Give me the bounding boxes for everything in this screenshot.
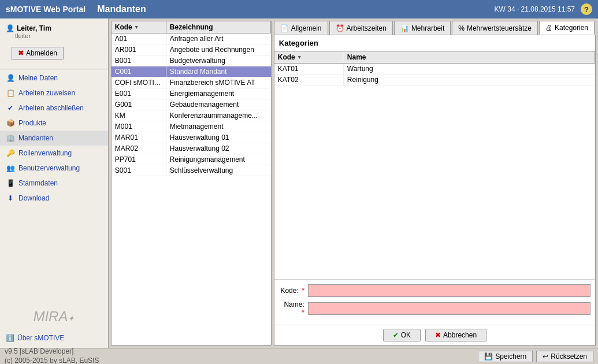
version-label: v9.5 [sLAB Developer]: [5, 347, 99, 356]
download-icon: ⬇: [6, 194, 15, 203]
page-title: Mandanten: [86, 4, 494, 14]
table-row[interactable]: COFI sMOTIVE AT Finanzbereich sMOTIVE AT: [112, 77, 271, 88]
assign-icon: 📋: [6, 88, 15, 98]
name-input[interactable]: [308, 302, 590, 315]
app-name: sMOTIVE Web Portal: [6, 5, 86, 14]
categories-table: Kode ▼ Name KAT01 Wartung: [274, 51, 595, 279]
table-row[interactable]: B001 Budgetverwaltung: [112, 55, 271, 66]
table-row[interactable]: MAR01 Hausverwaltung 01: [112, 132, 271, 143]
col-kode-header[interactable]: Kode ▼: [112, 21, 166, 33]
table-row[interactable]: PP701 Reinigungsmanagement: [112, 154, 271, 165]
user-name: Leiter, Tim: [17, 24, 51, 32]
table-row[interactable]: M001 Mietmanagement: [112, 121, 271, 132]
categories-body[interactable]: KAT01 Wartung KAT02 Reinigung: [274, 64, 595, 279]
client-panel: Kode ▼ Bezeichnung A01 Anfragen aller Ar…: [111, 21, 272, 346]
table-row[interactable]: G001 Gebäudemanagement: [112, 99, 271, 110]
user-icon: 👤: [6, 24, 14, 32]
products-icon: 📦: [6, 118, 15, 128]
tab-allgemein[interactable]: 📄 Allgemein: [274, 21, 328, 35]
cancel-label: Abbrechen: [443, 331, 477, 339]
main-layout: 👤 Leiter, Tim tleiter ✖ Abmelden 👤 Meine…: [0, 18, 598, 348]
categories-panel: Kategorien Kode ▼ Name: [274, 35, 596, 346]
sidebar-item-label: Benutzerverwaltung: [18, 164, 80, 172]
table-row-selected[interactable]: C001 Standard Mandant: [112, 66, 271, 77]
client-table-header: Kode ▼ Bezeichnung: [112, 21, 271, 34]
sidebar-item-meine-daten[interactable]: 👤 Meine Daten: [0, 70, 108, 86]
sidebar-item-label: Meine Daten: [18, 74, 58, 82]
ok-button[interactable]: ✔ OK: [383, 329, 421, 341]
sidebar-divider: [0, 69, 108, 69]
logout-button[interactable]: ✖ Abmelden: [12, 47, 64, 60]
dialog-buttons: ✔ OK ✖ Abbrechen: [274, 325, 595, 345]
sort-icon: ▼: [134, 24, 139, 30]
table-row[interactable]: MAR02 Hausverwaltung 02: [112, 143, 271, 154]
percent-icon: %: [458, 24, 465, 32]
info-icon: ℹ️: [6, 334, 14, 342]
save-icon: 💾: [484, 352, 493, 361]
kode-input[interactable]: [308, 284, 590, 297]
table-row[interactable]: A01 Anfragen aller Art: [112, 34, 271, 44]
tab-arbeitszeiten[interactable]: ⏰ Arbeitszeiten: [329, 21, 393, 35]
printer-icon: 🖨: [545, 24, 552, 32]
col-bezeichnung-header[interactable]: Bezeichnung: [166, 21, 271, 33]
cat-col-kode[interactable]: Kode ▼: [274, 51, 344, 63]
roles-icon: 🔑: [6, 148, 15, 158]
cat-sort-icon: ▼: [297, 54, 302, 60]
logout-label: Abmelden: [26, 49, 57, 57]
reset-icon: ↩: [543, 352, 548, 361]
sidebar-item-label: Rollenverwaltung: [18, 149, 72, 157]
sidebar-item-label: Stammdaten: [18, 179, 58, 187]
sidebar-item-download[interactable]: ⬇ Download: [0, 191, 108, 206]
tabs: 📄 Allgemein ⏰ Arbeitszeiten 📊 Mehrarbeit…: [274, 21, 596, 35]
kode-row: Kode: *: [279, 284, 590, 297]
user-info: 👤 Leiter, Tim tleiter: [0, 21, 108, 44]
header: sMOTIVE Web Portal Mandanten KW 34 · 21.…: [0, 0, 598, 18]
table-row[interactable]: AR001 Angebote und Rechnungen: [112, 44, 271, 55]
cancel-icon: ✖: [435, 331, 441, 339]
complete-icon: ✔: [6, 103, 15, 113]
sidebar: 👤 Leiter, Tim tleiter ✖ Abmelden 👤 Meine…: [0, 18, 109, 348]
mira-logo: MIRA✦: [0, 301, 108, 331]
sidebar-item-arbeiten-zuweisen[interactable]: 📋 Arbeiten zuweisen: [0, 86, 108, 101]
form-section: Kode: * Name: *: [274, 279, 595, 325]
save-label: Speichern: [495, 352, 526, 361]
tab-mehrarbeit[interactable]: 📊 Mehrarbeit: [394, 21, 451, 35]
ok-label: OK: [401, 331, 411, 339]
table-row[interactable]: S001 Schlüsselverwaltung: [112, 165, 271, 176]
name-label: Name:: [284, 300, 304, 309]
users-icon: 👥: [6, 164, 15, 173]
about-link[interactable]: ℹ️ Über sMOTIVE: [0, 331, 108, 345]
name-required: *: [302, 309, 304, 317]
sidebar-item-stammdaten[interactable]: 📱 Stammdaten: [0, 176, 108, 191]
sidebar-item-rollenverwaltung[interactable]: 🔑 Rollenverwaltung: [0, 146, 108, 161]
client-table-body[interactable]: A01 Anfragen aller Art AR001 Angebote un…: [112, 34, 271, 345]
tab-kategorien-label: Kategorien: [555, 24, 588, 32]
sidebar-item-label: Mandanten: [18, 134, 53, 142]
sidebar-item-arbeiten-abschliessen[interactable]: ✔ Arbeiten abschließen: [0, 101, 108, 116]
sidebar-item-produkte[interactable]: 📦 Produkte: [0, 116, 108, 131]
sidebar-item-label: Download: [18, 194, 49, 202]
cat-col-name[interactable]: Name: [344, 51, 595, 63]
cat-row[interactable]: KAT01 Wartung: [274, 64, 595, 75]
sidebar-item-label: Arbeiten zuweisen: [18, 89, 75, 97]
cat-row[interactable]: KAT02 Reinigung: [274, 75, 595, 86]
save-button[interactable]: 💾 Speichern: [478, 351, 533, 362]
tab-kategorien[interactable]: 🖨 Kategorien: [539, 21, 595, 35]
categories-header: Kode ▼ Name: [274, 51, 595, 64]
cancel-button[interactable]: ✖ Abbrechen: [425, 329, 486, 341]
table-row[interactable]: KM Konferenzraummanageme...: [112, 110, 271, 121]
content-row: Kode ▼ Bezeichnung A01 Anfragen aller Ar…: [111, 21, 596, 346]
footer-buttons: 💾 Speichern ↩ Rücksetzen: [478, 351, 593, 362]
name-row: Name: *: [279, 300, 590, 317]
kode-required: *: [302, 287, 304, 295]
table-row[interactable]: E001 Energiemanagement: [112, 88, 271, 99]
reset-button[interactable]: ↩ Rücksetzen: [536, 351, 593, 362]
content: Kode ▼ Bezeichnung A01 Anfragen aller Ar…: [109, 18, 598, 348]
kode-label: Kode:: [280, 287, 298, 295]
user-login: tleiter: [6, 32, 102, 39]
sidebar-item-benutzerverwaltung[interactable]: 👥 Benutzerverwaltung: [0, 161, 108, 176]
sidebar-item-mandanten[interactable]: 🏢 Mandanten: [0, 131, 108, 146]
tab-mehrwertsteuer[interactable]: % Mehrwertsteuersätze: [452, 21, 538, 35]
help-button[interactable]: ?: [581, 3, 592, 15]
ok-icon: ✔: [393, 331, 399, 339]
